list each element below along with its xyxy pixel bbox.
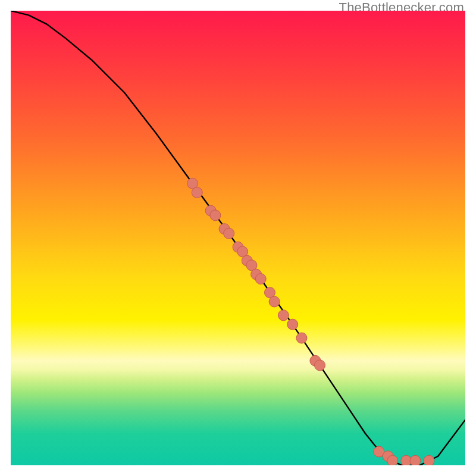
scatter-dot xyxy=(192,187,202,198)
scatter-dot xyxy=(296,333,307,343)
chart-root: TheBottlenecker.com xyxy=(0,0,476,476)
scatter-dot xyxy=(278,310,289,321)
scatter-dot xyxy=(315,360,325,371)
scatter-dot xyxy=(255,274,266,284)
scatter-dot xyxy=(210,210,221,221)
scatter-dot xyxy=(287,319,298,330)
scatter-points xyxy=(187,178,434,465)
bottleneck-curve xyxy=(11,11,465,465)
scatter-dot xyxy=(424,455,434,465)
scatter-dot xyxy=(387,455,398,465)
chart-svg xyxy=(11,11,465,465)
scatter-dot xyxy=(410,455,421,465)
scatter-dot xyxy=(224,228,234,239)
scatter-dot xyxy=(269,296,280,307)
plot-area xyxy=(11,11,465,465)
